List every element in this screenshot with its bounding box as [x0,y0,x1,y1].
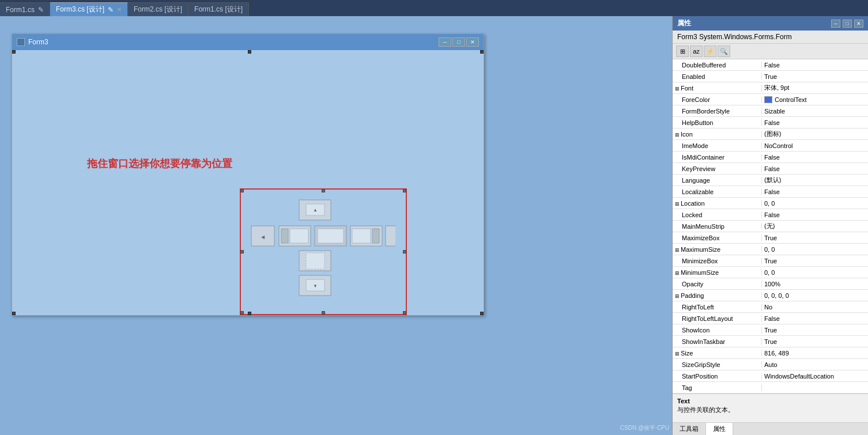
props-value-location: 0, 0 [762,200,868,207]
form-minimize-btn[interactable]: ─ [439,37,451,47]
props-row-minimumsize[interactable]: ⊞MinimumSize0, 0 [673,267,868,278]
props-toolbar-events-btn[interactable]: ⚡ [704,46,716,57]
props-key-righttoleft: RightToLeft [673,304,762,311]
props-value-enabled: True [762,73,868,80]
props-row-maximizebox[interactable]: MaximizeBoxTrue [673,232,868,244]
form-window[interactable]: Form3 ─ □ ✕ 拖住窗口选择你想要停靠为位置 [12,33,484,316]
handle-mt[interactable] [322,189,325,192]
props-row-enabled[interactable]: EnabledTrue [673,71,868,82]
props-row-forecolor[interactable]: ForeColorControlText [673,94,868,105]
props-value-righttoleft: No [762,304,868,311]
dock-widget[interactable]: ▲ ◀ [248,197,398,309]
tab-form1design[interactable]: Form1.cs [设计] [188,2,249,16]
handle-ml[interactable] [240,250,244,254]
form-maximize-btn[interactable]: □ [452,37,465,47]
props-row-tag[interactable]: Tag [673,382,868,394]
props-toolbar-grid-btn[interactable]: ⊞ [676,46,689,57]
props-key-language: Language [673,177,762,184]
props-row-language[interactable]: Language(默认) [673,175,868,186]
props-row-minimizebox[interactable]: MinimizeBoxTrue [673,255,868,267]
props-value-helpbutton: False [762,119,868,126]
props-value-mainmenustrip: (无) [762,222,868,230]
props-toolbar-search-btn[interactable]: 🔍 [718,46,730,57]
form-handle-mt[interactable] [248,50,251,54]
svg-rect-11 [352,229,371,243]
props-object: Form3 System.Windows.Forms.Form [673,31,868,44]
handle-bl[interactable] [240,311,244,315]
svg-text:▲: ▲ [313,207,318,213]
props-minimize-btn[interactable]: ─ [831,20,840,28]
props-row-righttoleftlayout[interactable]: RightToLeftLayoutFalse [673,313,868,324]
props-maximize-btn[interactable]: □ [843,20,852,28]
bottom-tabs: 工具箱 属性 [673,422,868,435]
props-row-size[interactable]: ⊞Size816, 489 [673,347,868,359]
props-row-showicon[interactable]: ShowIconTrue [673,324,868,336]
props-row-showintaskbar[interactable]: ShowInTaskbarTrue [673,336,868,347]
props-value-showicon: True [762,327,868,334]
handle-tl[interactable] [240,189,244,192]
props-row-localizable[interactable]: LocalizableFalse [673,186,868,198]
tab-form3design[interactable]: Form3.cs [设计] ✎ ✕ [50,2,128,16]
watermark: CSDN @侯平·CPU [620,424,669,432]
canvas-area[interactable]: Form3 ─ □ ✕ 拖住窗口选择你想要停靠为位置 [0,16,672,435]
props-row-ismdicontainer[interactable]: IsMdiContainerFalse [673,152,868,163]
tab-form3design-close[interactable]: ✕ [117,6,122,13]
props-value-minimizebox: True [762,258,868,264]
props-row-startposition[interactable]: StartPositionWindowsDefaultLocation [673,370,868,382]
instruction-text: 拖住窗口选择你想要停靠为位置 [87,157,232,171]
props-row-doublebuffered[interactable]: DoubleBufferedFalse [673,59,868,71]
svg-rect-12 [372,229,379,243]
props-value-icon: (图标) [762,130,868,138]
props-row-font[interactable]: ⊞Font宋体, 9pt [673,82,868,94]
props-value-locked: False [762,211,868,218]
form-handle-tr[interactable] [480,50,484,54]
props-key-mainmenustrip: MainMenuStrip [673,223,762,230]
props-row-righttoleft[interactable]: RightToLeftNo [673,301,868,313]
props-row-helpbutton[interactable]: HelpButtonFalse [673,117,868,128]
props-row-imemode[interactable]: ImeModeNoControl [673,140,868,152]
props-value-sizegripstyle: Auto [762,361,868,368]
props-key-localizable: Localizable [673,188,762,195]
handle-mr[interactable] [403,250,406,254]
props-key-padding: ⊞Padding [673,292,762,299]
svg-rect-6 [281,229,288,243]
form-handle-tl[interactable] [12,50,16,54]
props-row-maximumsize[interactable]: ⊞MaximumSize0, 0 [673,244,868,255]
props-value-minimumsize: 0, 0 [762,269,868,276]
props-key-formborderstyle: FormBorderStyle [673,108,762,115]
props-row-icon[interactable]: ⊞Icon(图标) [673,128,868,140]
props-key-keypreview: KeyPreview [673,165,762,172]
main-area: Form3 ─ □ ✕ 拖住窗口选择你想要停靠为位置 [0,16,868,435]
props-row-locked[interactable]: LockedFalse [673,209,868,221]
props-value-startposition: WindowsDefaultLocation [762,373,868,380]
tab-form1cs[interactable]: Form1.cs ✎ [0,2,50,16]
props-key-tag: Tag [673,384,762,391]
props-row-padding[interactable]: ⊞Padding0, 0, 0, 0 [673,290,868,301]
props-key-helpbutton: HelpButton [673,119,762,126]
props-key-righttoleftlayout: RightToLeftLayout [673,315,762,322]
form-handle-mb[interactable] [248,312,251,315]
tab-form3design-icon: ✎ [108,6,114,14]
tab-form2design[interactable]: Form2.cs [设计] [128,2,188,16]
props-desc-text: 与控件关联的文本。 [677,406,863,414]
props-key-minimumsize: ⊞MinimumSize [673,269,762,276]
props-row-mainmenustrip[interactable]: MainMenuStrip(无) [673,221,868,232]
props-row-sizegripstyle[interactable]: SizeGripStyleAuto [673,359,868,370]
props-row-opacity[interactable]: Opacity100% [673,278,868,290]
properties-panel: 属性 ─ □ ✕ Form3 System.Windows.Forms.Form… [672,16,868,435]
bottom-tab-toolbox[interactable]: 工具箱 [673,423,706,435]
form-handle-bl[interactable] [12,312,16,315]
props-row-location[interactable]: ⊞Location0, 0 [673,198,868,209]
bottom-tab-props[interactable]: 属性 [706,423,733,435]
handle-mb[interactable] [322,311,325,315]
props-key-location: ⊞Location [673,200,762,207]
props-row-keypreview[interactable]: KeyPreviewFalse [673,163,868,175]
props-key-doublebuffered: DoubleBuffered [673,62,762,69]
handle-tr[interactable] [403,189,406,192]
props-row-formborderstyle[interactable]: FormBorderStyleSizable [673,105,868,117]
props-close-btn[interactable]: ✕ [854,20,863,28]
props-toolbar-alpha-btn[interactable]: az [690,46,703,57]
form-close-btn[interactable]: ✕ [466,37,479,47]
handle-br[interactable] [403,311,406,315]
form-handle-br[interactable] [480,312,484,315]
